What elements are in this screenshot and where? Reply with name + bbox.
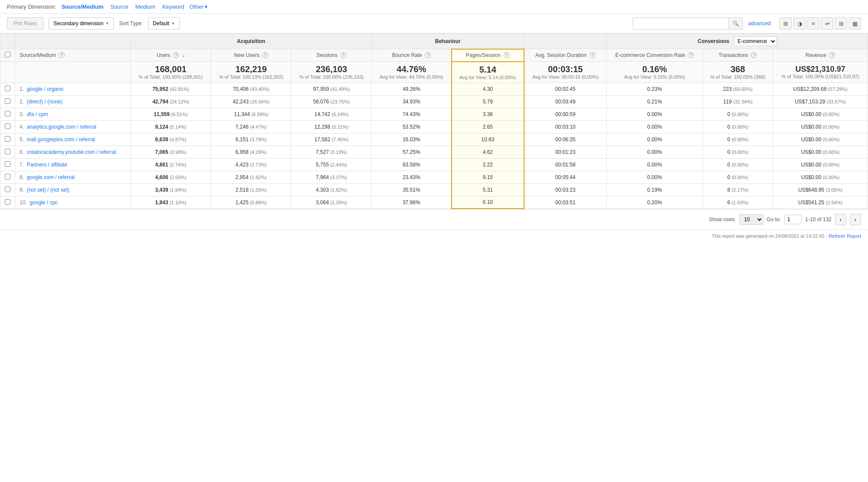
dim-keyword[interactable]: Keyword	[162, 3, 185, 10]
go-to-input[interactable]	[784, 215, 802, 224]
new-users-col-header[interactable]: New Users ?	[211, 49, 291, 62]
view-compare-icon[interactable]: ⇌	[821, 17, 833, 30]
new-users-cell: 2,518 (1.55%)	[211, 183, 291, 196]
primary-dim-label: Primary Dimension:	[7, 3, 56, 10]
behaviour-group-header: Behaviour	[372, 34, 524, 49]
revenue-col-header[interactable]: Revenue ?	[773, 49, 868, 62]
dim-medium[interactable]: Medium	[135, 3, 155, 10]
avg-session-cell: 00:03:23	[524, 183, 607, 196]
new-users-cell: 6,151 (3.79%)	[211, 133, 291, 146]
pages-session-col-header[interactable]: Pages/Session ?	[452, 49, 524, 62]
row-checkbox[interactable]	[0, 171, 15, 183]
bounce-rate-cell: 74.43%	[372, 108, 452, 120]
source-medium-link[interactable]: (not set) / (not set)	[25, 187, 69, 193]
next-page-button[interactable]: ›	[850, 214, 861, 225]
transactions-cell: 0 (0.00%)	[703, 133, 773, 146]
bounce-rate-cell: 35.51%	[372, 183, 452, 196]
row-checkbox[interactable]	[0, 120, 15, 133]
sessions-col-header[interactable]: Sessions ?	[291, 49, 372, 62]
new-users-cell: 11,344 (6.99%)	[211, 108, 291, 120]
dim-source[interactable]: Source	[110, 3, 128, 10]
source-medium-link[interactable]: google.com / referral	[25, 174, 74, 180]
source-medium-link[interactable]: (direct) / (none)	[25, 99, 62, 105]
row-checkbox[interactable]	[0, 133, 15, 146]
prev-page-button[interactable]: ‹	[835, 214, 846, 225]
sessions-cell: 3,064 (1.30%)	[291, 196, 372, 209]
dim-source-medium[interactable]: Source/Medium	[61, 3, 103, 10]
secondary-dimension-dropdown[interactable]: Secondary dimension	[49, 17, 114, 30]
row-checkbox[interactable]	[0, 183, 15, 196]
row-checkbox[interactable]	[0, 158, 15, 171]
source-medium-cell: 1. google / organic	[15, 83, 131, 95]
search-icon[interactable]: 🔍	[729, 18, 743, 29]
bounce-rate-help-icon[interactable]: ?	[425, 52, 431, 58]
transactions-col-header[interactable]: Transactions ?	[703, 49, 773, 62]
bounce-rate-cell: 63.58%	[372, 158, 452, 171]
source-medium-link[interactable]: analytics.google.com / referral	[25, 124, 96, 130]
source-medium-link[interactable]: mall.googleplex.com / referral	[25, 136, 95, 143]
pages-session-cell: 5.79	[452, 95, 524, 108]
row-checkbox[interactable]	[0, 83, 15, 95]
sessions-help-icon[interactable]: ?	[340, 52, 347, 58]
source-medium-link[interactable]: dfa / cpm	[25, 111, 48, 117]
checkbox-header	[0, 34, 15, 49]
bounce-rate-cell: 57.25%	[372, 146, 452, 158]
pages-session-help-icon[interactable]: ?	[504, 52, 510, 58]
source-medium-link[interactable]: creatoracademy.youtube.com / referral	[25, 149, 116, 155]
view-pivot-icon[interactable]: ⊞	[835, 17, 847, 30]
source-medium-link[interactable]: Partners / affiliate	[25, 162, 67, 168]
sort-type-label: Sort Type:	[119, 20, 142, 27]
ecom-rate-col-header[interactable]: E-commerce Conversion Rate ?	[607, 49, 703, 62]
users-col-header[interactable]: Users ? ↓	[131, 49, 211, 62]
ecom-rate-cell: 0.00%	[607, 120, 703, 133]
row-checkbox[interactable]	[0, 95, 15, 108]
new-users-help-icon[interactable]: ?	[262, 52, 268, 58]
bounce-rate-cell: 53.52%	[372, 120, 452, 133]
source-medium-col-header: Source/Medium ?	[15, 49, 131, 62]
sessions-cell: 14,742 (6.24%)	[291, 108, 372, 120]
revenue-help-icon[interactable]: ?	[829, 52, 835, 58]
search-input[interactable]	[633, 18, 729, 29]
avg-session-col-header[interactable]: Avg. Session Duration ?	[524, 49, 607, 62]
source-medium-link[interactable]: google / organic	[25, 86, 64, 92]
avg-session-cell: 00:03:51	[524, 196, 607, 209]
source-medium-help-icon[interactable]: ?	[59, 52, 65, 58]
sessions-cell: 7,964 (3.37%)	[291, 171, 372, 183]
ecom-rate-help-icon[interactable]: ?	[688, 52, 694, 58]
sort-default-dropdown[interactable]: Default	[148, 17, 180, 30]
view-table-icon[interactable]: ▦	[849, 17, 861, 30]
advanced-link[interactable]: advanced	[748, 20, 771, 27]
ecom-rate-cell: 0.00%	[607, 133, 703, 146]
pages-session-cell: 6.10	[452, 196, 524, 209]
conversions-dropdown[interactable]: E-commerce	[734, 37, 777, 46]
show-rows-select[interactable]: 10 25 50 100	[739, 214, 763, 225]
revenue-cell: US$0.00 (0.00%)	[773, 171, 868, 183]
select-all-checkbox[interactable]	[0, 49, 15, 62]
source-medium-cell: 8. google.com / referral	[15, 171, 131, 183]
transactions-cell: 6 (1.63%)	[703, 196, 773, 209]
row-checkbox[interactable]	[0, 146, 15, 158]
source-medium-cell: 5. mall.googleplex.com / referral	[15, 133, 131, 146]
new-users-cell: 1,425 (0.88%)	[211, 196, 291, 209]
source-medium-link[interactable]: google / cpc	[28, 199, 58, 206]
new-users-cell: 70,406 (43.40%)	[211, 83, 291, 95]
row-checkbox[interactable]	[0, 196, 15, 209]
users-help-icon[interactable]: ?	[173, 52, 179, 58]
refresh-report-link[interactable]: Refresh Report	[828, 233, 861, 239]
dim-other[interactable]: Other ▾	[189, 3, 208, 10]
transactions-cell: 0 (0.00%)	[703, 120, 773, 133]
view-pie-icon[interactable]: ◑	[793, 17, 805, 30]
transactions-cell: 8 (2.17%)	[703, 183, 773, 196]
avg-session-help-icon[interactable]: ?	[590, 52, 596, 58]
row-checkbox[interactable]	[0, 108, 15, 120]
view-grid-icon[interactable]: ⊞	[779, 17, 792, 30]
transactions-help-icon[interactable]: ?	[751, 52, 757, 58]
bounce-rate-col-header[interactable]: Bounce Rate ?	[372, 49, 452, 62]
users-cell: 8,639 (4.87%)	[131, 133, 211, 146]
view-bar-icon[interactable]: ≡	[807, 17, 819, 30]
plot-rows-button[interactable]: Plot Rows	[7, 17, 43, 30]
new-users-cell: 4,423 (2.73%)	[211, 158, 291, 171]
search-box: 🔍	[633, 17, 743, 30]
users-cell: 7,065 (3.98%)	[131, 146, 211, 158]
revenue-cell: US$0.00 (0.00%)	[773, 133, 868, 146]
